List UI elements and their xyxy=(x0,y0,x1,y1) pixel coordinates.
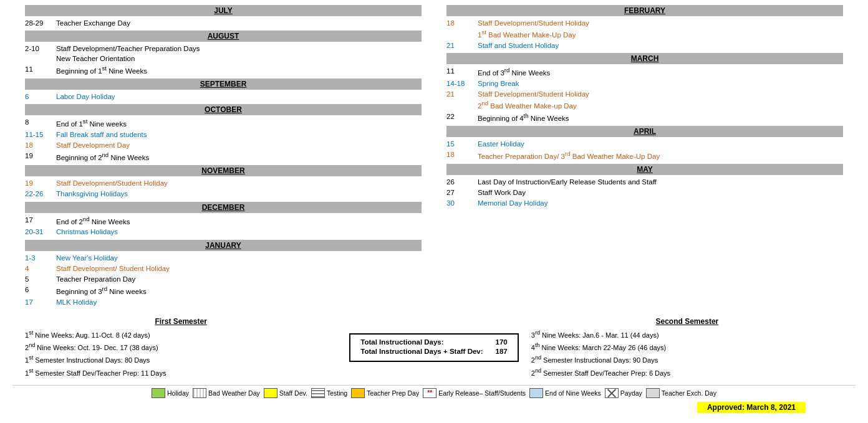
legend-label: Payday xyxy=(620,389,642,397)
entry-date: 18 xyxy=(446,18,478,40)
entry-date: 20-31 xyxy=(25,227,56,237)
legend-section: HolidayBad Weather DayStaff Dev.TestingT… xyxy=(12,385,856,401)
entry-date: 19 xyxy=(25,151,56,163)
x-icon xyxy=(605,388,619,398)
entry-date: 11-15 xyxy=(25,130,56,140)
entry-row: 11End of 3rd Nine Weeks xyxy=(446,66,843,78)
entry-date: 19 xyxy=(25,178,56,188)
entry-row: 18Staff Development/Student Holiday1st B… xyxy=(446,18,843,40)
right-column: FEBRUARY18Staff Development/Student Holi… xyxy=(434,3,856,310)
legend-label: Holiday xyxy=(167,389,189,397)
semester-detail-line: 3rd Nine Weeks: Jan.6 - Mar. 11 (44 days… xyxy=(531,328,843,341)
second-semester-title: Second Semester xyxy=(531,317,843,326)
entry-desc: Staff Development/Student Holiday1st Bad… xyxy=(478,18,843,40)
entry-date: 18 xyxy=(446,150,478,161)
second-semester-block: Second Semester 3rd Nine Weeks: Jan.6 - … xyxy=(531,317,843,379)
month-entries: 2-10Staff Development/Teacher Preparatio… xyxy=(25,44,422,76)
entry-row: 19Staff Development/Student Holiday xyxy=(25,178,422,188)
total-instructional-value: 170 xyxy=(496,338,508,346)
approved-label: Approved: March 8, 2021 xyxy=(697,402,806,413)
semester-detail-line: 4th Nine Weeks: March 22-May 26 (46 days… xyxy=(531,341,843,353)
entry-desc: Beginning of 2nd Nine Weeks xyxy=(56,151,422,163)
entry-desc: Easter Holiday xyxy=(478,139,843,149)
second-semester-details: 3rd Nine Weeks: Jan.6 - Mar. 11 (44 days… xyxy=(531,328,843,379)
entry-desc: Staff Development/ Student Holiday xyxy=(56,264,422,273)
legend-item: Staff Dev. xyxy=(264,388,307,398)
month-entries: 8End of 1st Nine weeks11-15Fall Break st… xyxy=(25,117,422,163)
entry-row: 4Staff Development/ Student Holiday xyxy=(25,264,422,273)
total-box: Total Instructional Days: 170 Total Inst… xyxy=(349,333,518,362)
legend-item: End of Nine Weeks xyxy=(529,388,601,398)
entry-row: 22Beginning of 4th Nine Weeks xyxy=(446,112,843,123)
entry-desc: Staff Development Day xyxy=(56,140,422,150)
entry-row: 18Staff Development Day xyxy=(25,140,422,150)
entry-date: 22-26 xyxy=(25,189,56,199)
entry-row: 14-18Spring Break xyxy=(446,78,843,88)
light-gray-legend-box xyxy=(646,388,660,398)
entry-row: 22-26Thanksgiving Holidays xyxy=(25,189,422,199)
entry-date: 17 xyxy=(25,297,56,307)
entry-desc: Teacher Exchange Day xyxy=(56,18,422,28)
total-plus-staff-row: Total Instructional Days + Staff Dev: 18… xyxy=(360,348,507,355)
orange-yellow-legend-box xyxy=(351,388,365,398)
total-plus-staff-value: 187 xyxy=(496,348,508,355)
main-content: JULY28-29Teacher Exchange DayAUGUST2-10S… xyxy=(0,0,868,412)
semester-detail-line: 1st Semester Instructional Days: 80 Days xyxy=(25,353,337,366)
entry-date: 28-29 xyxy=(25,18,56,28)
entry-desc: Labor Day Holiday xyxy=(56,92,422,102)
yellow-legend-box xyxy=(264,388,277,398)
month-header: JULY xyxy=(25,5,422,16)
month-header: AUGUST xyxy=(25,31,422,42)
legend-item: Teacher Prep Day xyxy=(351,388,419,398)
entry-row: 1-3New Year's Holiday xyxy=(25,253,422,263)
first-semester-details: 1st Nine Weeks: Aug. 11-Oct. 8 (42 days)… xyxy=(25,328,337,379)
legend-label: Testing xyxy=(327,389,347,397)
month-entries: 26Last Day of Instruction/Early Release … xyxy=(446,177,843,208)
entry-row: 26Last Day of Instruction/Early Release … xyxy=(446,177,843,187)
entry-row: 17End of 2nd Nine Weeks xyxy=(25,215,422,227)
entry-desc: Staff Development/Student Holiday2nd Bad… xyxy=(478,89,843,111)
entry-desc: Memorial Day Holiday xyxy=(478,198,843,208)
month-entries: 6Labor Day Holiday xyxy=(25,92,422,102)
semester-detail-line: 1st Semester Staff Dev/Teacher Prep: 11 … xyxy=(25,366,337,379)
entry-date: 5 xyxy=(25,274,56,284)
entry-desc: MLK Holiday xyxy=(56,297,422,307)
entry-date: 22 xyxy=(446,112,478,123)
entry-date: 21 xyxy=(446,89,478,111)
entry-row: 15Easter Holiday xyxy=(446,139,843,149)
month-entries: 19Staff Development/Student Holiday22-26… xyxy=(25,178,422,199)
first-semester-title: First Semester xyxy=(25,317,337,326)
entry-row: 18Teacher Preparation Day/ 3rd Bad Weath… xyxy=(446,150,843,161)
month-entries: 1-3New Year's Holiday4Staff Development/… xyxy=(25,253,422,307)
entry-row: 19Beginning of 2nd Nine Weeks xyxy=(25,151,422,163)
star-box: ** xyxy=(423,388,436,398)
left-column: JULY28-29Teacher Exchange DayAUGUST2-10S… xyxy=(12,3,434,310)
month-header: MARCH xyxy=(446,53,843,64)
entry-date: 2-10 xyxy=(25,44,56,64)
entry-desc: Teacher Preparation Day xyxy=(56,274,422,284)
hatched-legend-box xyxy=(193,388,206,398)
semester-detail-line: 2nd Semester Staff Dev/Teacher Prep: 6 D… xyxy=(531,366,843,379)
entry-row: 6Labor Day Holiday xyxy=(25,92,422,102)
entry-date: 6 xyxy=(25,285,56,297)
entry-desc: Staff Development/Student Holiday xyxy=(56,178,422,188)
entry-desc: End of 2nd Nine Weeks xyxy=(56,215,422,227)
entry-row: 30Memorial Day Holiday xyxy=(446,198,843,208)
light-blue-legend-box xyxy=(529,388,543,398)
legend-label: Bad Weather Day xyxy=(208,389,260,397)
month-entries: 28-29Teacher Exchange Day xyxy=(25,18,422,28)
entry-date: 11 xyxy=(446,66,478,78)
entry-row: 11Beginning of 1st Nine Weeks xyxy=(25,64,422,76)
month-entries: 15Easter Holiday18Teacher Preparation Da… xyxy=(446,139,843,161)
legend-label: Teacher Prep Day xyxy=(367,389,419,397)
entry-row: 2-10Staff Development/Teacher Preparatio… xyxy=(25,44,422,64)
entry-desc: Spring Break xyxy=(478,78,843,88)
entry-desc: Thanksgiving Holidays xyxy=(56,189,422,199)
entry-date: 21 xyxy=(446,40,478,50)
entry-date: 1-3 xyxy=(25,253,56,263)
month-header: DECEMBER xyxy=(25,202,422,213)
first-semester-block: First Semester 1st Nine Weeks: Aug. 11-O… xyxy=(25,317,337,379)
entry-desc: Beginning of 1st Nine Weeks xyxy=(56,64,422,76)
month-header: NOVEMBER xyxy=(25,165,422,176)
entry-row: 17MLK Holiday xyxy=(25,297,422,307)
